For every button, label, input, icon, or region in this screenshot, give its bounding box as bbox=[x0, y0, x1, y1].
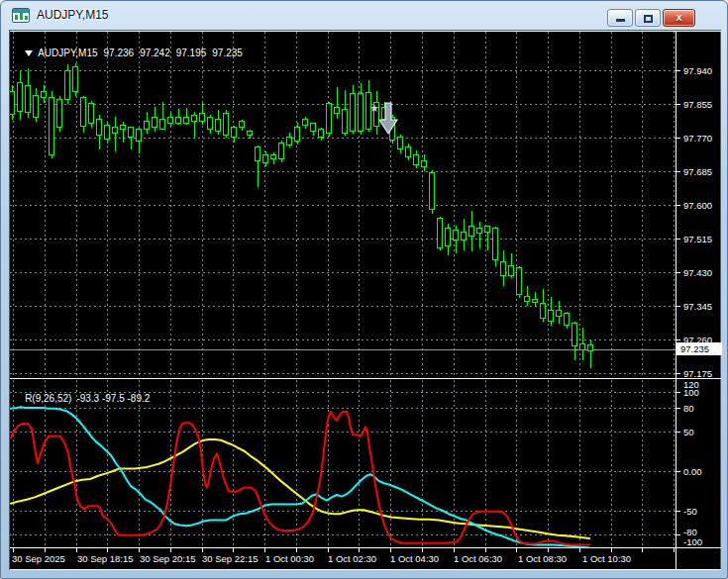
candle-body bbox=[319, 130, 324, 138]
oscillator-lines bbox=[11, 407, 589, 547]
candle-body bbox=[121, 125, 126, 130]
candle-body bbox=[50, 97, 54, 154]
candle-body bbox=[137, 130, 142, 142]
price-tick-label: 97.855 bbox=[683, 99, 712, 110]
candle-body bbox=[279, 143, 284, 159]
oscillator-scale-label: 100 bbox=[683, 387, 699, 398]
candle-body bbox=[145, 122, 150, 130]
oscillator-scale-label: 0.00 bbox=[683, 466, 702, 477]
current-price-badge: 97.235 bbox=[676, 342, 722, 355]
candle-body bbox=[248, 132, 253, 136]
candle-body bbox=[493, 229, 498, 260]
candle-body bbox=[18, 83, 23, 112]
candle-body bbox=[295, 127, 300, 142]
price-tick-label: 97.430 bbox=[683, 267, 712, 278]
time-axis[interactable]: 30 Sep 202530 Sep 18:1530 Sep 20:1530 Se… bbox=[12, 548, 675, 564]
candle-body bbox=[477, 229, 482, 234]
candle-body bbox=[26, 86, 31, 113]
time-tick-label: 1 Oct 00:30 bbox=[265, 553, 314, 564]
candle-body bbox=[113, 127, 118, 134]
candle-body bbox=[359, 93, 364, 132]
oscillator-line-R9 bbox=[11, 412, 589, 544]
price-tick-label: 97.770 bbox=[683, 133, 712, 144]
oscillator-scale-label: 50 bbox=[683, 427, 694, 437]
candle-body bbox=[580, 344, 585, 350]
candle-body bbox=[153, 118, 157, 128]
header-high: 97.242 bbox=[140, 48, 170, 58]
candle-body bbox=[517, 268, 522, 295]
candle-body bbox=[533, 300, 538, 303]
chart-header: AUDJPY,M1597.23697.24297.19597.235 bbox=[14, 37, 249, 69]
indicator-name: R(9,26,52) bbox=[25, 393, 71, 404]
candle-body bbox=[422, 161, 427, 166]
candle-body bbox=[525, 297, 530, 302]
candle-body bbox=[200, 113, 205, 122]
oscillator-line-R52 bbox=[11, 439, 589, 538]
candle-body bbox=[192, 115, 197, 122]
candle-body bbox=[208, 118, 213, 130]
chevron-down-icon bbox=[25, 50, 33, 56]
candle-body bbox=[469, 227, 474, 237]
candle-body bbox=[454, 231, 459, 241]
candle-body bbox=[160, 120, 165, 130]
oscillator-scale-label: 80 bbox=[683, 403, 694, 414]
candle-body bbox=[42, 92, 47, 98]
candle-body bbox=[184, 118, 189, 123]
oscillator-scale-label: -100 bbox=[683, 536, 702, 547]
candle-body bbox=[572, 324, 577, 346]
candle-body bbox=[65, 71, 70, 100]
candle-body bbox=[263, 154, 268, 162]
candle-body bbox=[438, 219, 443, 248]
candle-body bbox=[81, 97, 86, 127]
candle-body bbox=[105, 125, 110, 140]
time-tick-label: 1 Oct 10:30 bbox=[582, 553, 631, 564]
candle-body bbox=[565, 314, 570, 326]
header-symbol: AUDJPY,M15 bbox=[38, 48, 97, 58]
candles bbox=[10, 63, 593, 368]
time-tick-label: 30 Sep 18:15 bbox=[77, 553, 134, 564]
price-tick-label: 97.345 bbox=[683, 301, 712, 312]
indicator-label: R(9,26,52)-93.3 -97.5 -89.2 bbox=[14, 382, 155, 415]
candle-body bbox=[446, 229, 451, 246]
candle-body bbox=[549, 311, 554, 322]
time-tick-label: 30 Sep 22:15 bbox=[202, 553, 259, 564]
time-tick-label: 1 Oct 08:30 bbox=[518, 553, 567, 564]
time-tick-label: 30 Sep 2025 bbox=[12, 553, 65, 564]
candle-body bbox=[462, 232, 467, 241]
candle-body bbox=[335, 107, 340, 113]
time-tick-label: 1 Oct 02:30 bbox=[328, 553, 376, 564]
time-tick-label: 1 Oct 04:30 bbox=[390, 553, 439, 564]
candle-body bbox=[176, 117, 181, 123]
candle-body bbox=[240, 122, 245, 127]
time-tick-label: 30 Sep 20:15 bbox=[140, 553, 196, 564]
star-icon: ★ bbox=[369, 102, 379, 114]
header-open: 97.236 bbox=[104, 48, 135, 58]
candle-body bbox=[351, 94, 356, 132]
time-tick-label: 1 Oct 06:30 bbox=[454, 553, 502, 564]
candle-body bbox=[557, 311, 562, 317]
candle-body bbox=[89, 103, 94, 124]
candle-body bbox=[224, 113, 229, 135]
candle-body bbox=[430, 173, 435, 210]
price-tick-label: 97.940 bbox=[683, 65, 712, 76]
price-tick-label: 97.685 bbox=[683, 166, 712, 177]
oscillator-axis[interactable]: 12010080500.00-50-80-100 bbox=[676, 379, 702, 547]
candle-body bbox=[34, 95, 39, 117]
candle-body bbox=[327, 104, 332, 133]
candle-body bbox=[97, 120, 102, 135]
candle-body bbox=[216, 120, 221, 132]
price-tick-label: 97.600 bbox=[683, 200, 712, 211]
price-axis[interactable]: 97.94097.85597.77097.68597.60097.51597.4… bbox=[676, 65, 712, 379]
candle-body bbox=[588, 345, 593, 351]
oscillator-scale-label: -50 bbox=[683, 506, 697, 517]
candle-body bbox=[10, 92, 15, 115]
candle-body bbox=[271, 155, 276, 159]
header-close: 97.235 bbox=[212, 48, 243, 58]
candle-body bbox=[398, 138, 403, 149]
candle-body bbox=[414, 154, 419, 164]
candle-body bbox=[129, 128, 134, 138]
candle-body bbox=[73, 67, 78, 92]
chart-canvas: ★97.94097.85597.77097.68597.60097.51597.… bbox=[1, 1, 728, 579]
candle-body bbox=[501, 261, 506, 275]
chart-window: AUDJPY,M15 x AUDJPY,M1597.23697.24297.19… bbox=[0, 0, 728, 579]
